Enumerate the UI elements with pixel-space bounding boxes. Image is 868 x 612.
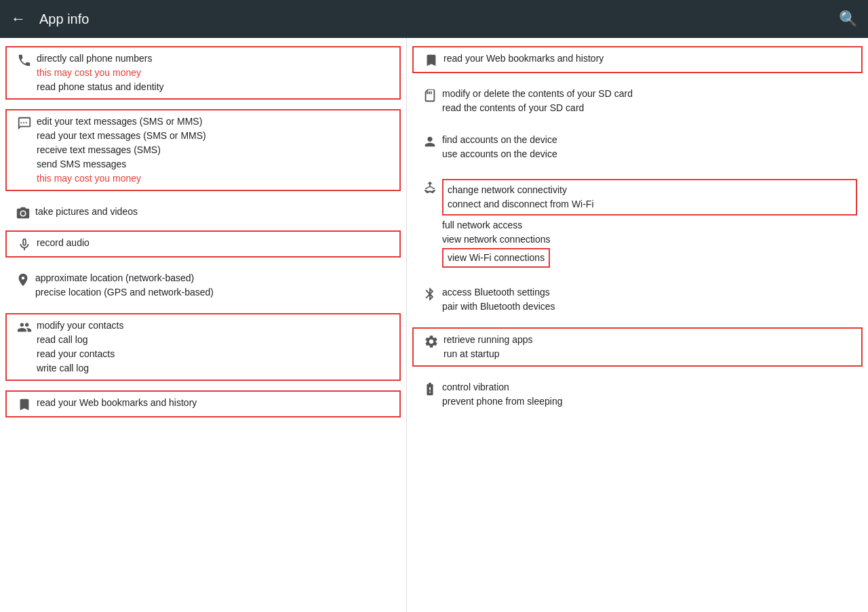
left-column: directly call phone numbers this may cos… [0, 38, 407, 612]
network-line-4: view network connections [442, 232, 857, 247]
page-title: App info [39, 12, 839, 27]
vibration-permission-text: control vibration prevent phone from sle… [442, 380, 857, 409]
right-column: read your Web bookmarks and history modi… [407, 38, 868, 612]
bookmark-left-icon [12, 396, 37, 412]
app-header: ← App info 🔍 [0, 0, 868, 38]
phone-permission-item: directly call phone numbers this may cos… [5, 46, 401, 100]
sms-permission-text: edit your text messages (SMS or MMS) rea… [37, 115, 394, 186]
accounts-permission-item: find accounts on the device use accounts… [407, 126, 868, 168]
back-button[interactable]: ← [11, 10, 26, 28]
mic-line-1: record audio [37, 236, 394, 250]
network-line-2: connect and disconnect from Wi-Fi [448, 197, 852, 211]
vibration-line-2: prevent phone from sleeping [442, 394, 857, 409]
mic-permission-item: record audio [5, 230, 401, 258]
bookmark-right-line-1: read your Web bookmarks and history [443, 52, 856, 66]
bookmark-right-permission-text: read your Web bookmarks and history [443, 52, 856, 66]
accounts-line-2: use accounts on the device [442, 147, 857, 161]
location-permission-text: approximate location (network-based) pre… [35, 271, 395, 300]
battery-icon [418, 380, 442, 396]
location-permission-item: approximate location (network-based) pre… [0, 264, 406, 306]
sdcard-line-1: modify or delete the contents of your SD… [442, 87, 857, 101]
bluetooth-line-1: access Bluetooth settings [442, 285, 857, 300]
camera-permission-text: take pictures and videos [35, 205, 395, 219]
sms-line-4: send SMS messages [37, 157, 394, 171]
vibration-line-1: control vibration [442, 380, 857, 394]
sdcard-permission-item: modify or delete the contents of your SD… [407, 80, 868, 122]
camera-line-1: take pictures and videos [35, 205, 395, 219]
contacts-line-1: modify your contacts [37, 319, 394, 333]
running-apps-icon [419, 333, 443, 349]
content-area: directly call phone numbers this may cos… [0, 38, 868, 612]
bookmark-left-permission-text: read your Web bookmarks and history [37, 396, 394, 410]
bookmark-right-icon [419, 52, 443, 68]
contacts-line-4: write call log [37, 361, 394, 375]
network-permission-text: change network connectivity connect and … [442, 179, 857, 268]
sms-line-2: read your text messages (SMS or MMS) [37, 129, 394, 143]
camera-icon [11, 205, 35, 221]
accounts-line-1: find accounts on the device [442, 133, 857, 147]
location-line-1: approximate location (network-based) [35, 271, 395, 285]
sms-icon [12, 115, 37, 131]
bluetooth-permission-text: access Bluetooth settings pair with Blue… [442, 285, 857, 314]
bluetooth-permission-item: access Bluetooth settings pair with Blue… [407, 279, 868, 321]
location-icon [11, 271, 35, 287]
sms-line-3: receive text messages (SMS) [37, 143, 394, 157]
sdcard-icon [418, 87, 442, 103]
sms-line-5: this may cost you money [37, 171, 394, 186]
bluetooth-icon [418, 285, 442, 302]
sdcard-line-2: read the contents of your SD card [442, 101, 857, 115]
sdcard-permission-text: modify or delete the contents of your SD… [442, 87, 857, 115]
accounts-permission-text: find accounts on the device use accounts… [442, 133, 857, 161]
running-apps-line-2: run at startup [443, 347, 856, 361]
contacts-permission-item: modify your contacts read call log read … [5, 313, 401, 381]
network-line-3: full network access [442, 218, 857, 232]
search-button[interactable]: 🔍 [839, 10, 857, 28]
network-line-1: change network connectivity [448, 183, 852, 197]
phone-line-2: this may cost you money [37, 66, 394, 80]
contacts-permission-text: modify your contacts read call log read … [37, 319, 394, 375]
contacts-line-2: read call log [37, 333, 394, 347]
bookmark-left-permission-item: read your Web bookmarks and history [5, 390, 401, 417]
vibration-permission-item: control vibration prevent phone from sle… [407, 373, 868, 415]
phone-line-1: directly call phone numbers [37, 52, 394, 66]
svg-point-0 [21, 211, 25, 216]
running-apps-line-1: retrieve running apps [443, 333, 856, 347]
location-line-2: precise location (GPS and network-based) [35, 285, 395, 300]
network-permission-item: change network connectivity connect and … [407, 172, 868, 274]
contacts-line-3: read your contacts [37, 347, 394, 361]
running-apps-permission-text: retrieve running apps run at startup [443, 333, 856, 361]
network-line-5: view Wi-Fi connections [448, 252, 545, 263]
running-apps-permission-item: retrieve running apps run at startup [412, 327, 863, 367]
bookmark-left-line-1: read your Web bookmarks and history [37, 396, 394, 410]
network-icon [418, 179, 442, 195]
wifi-boxed: view Wi-Fi connections [442, 248, 550, 268]
phone-line-3: read phone status and identity [37, 80, 394, 94]
sms-permission-item: edit your text messages (SMS or MMS) rea… [5, 109, 401, 191]
accounts-icon [418, 133, 442, 149]
mic-permission-text: record audio [37, 236, 394, 250]
contacts-icon [12, 319, 37, 335]
network-boxed-group: change network connectivity connect and … [442, 179, 857, 216]
bookmark-right-permission-item: read your Web bookmarks and history [412, 46, 863, 73]
bluetooth-line-2: pair with Bluetooth devices [442, 300, 857, 314]
phone-permission-text: directly call phone numbers this may cos… [37, 52, 394, 94]
camera-permission-item: take pictures and videos [0, 198, 406, 228]
phone-icon [12, 52, 37, 68]
sms-line-1: edit your text messages (SMS or MMS) [37, 115, 394, 129]
mic-icon [12, 236, 37, 252]
